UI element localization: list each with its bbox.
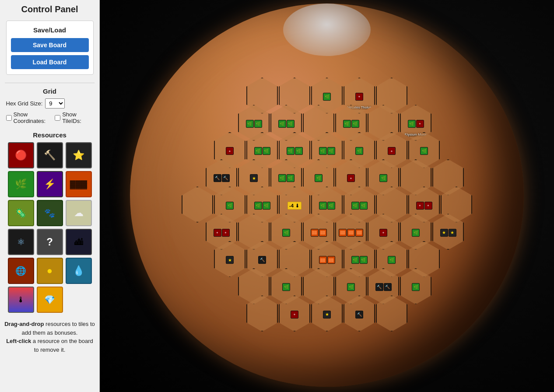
board-resource-hammer: 🔨 xyxy=(375,283,383,291)
resource-microbe[interactable]: 🦠 xyxy=(8,200,34,226)
board-resource-plant: 🌿 xyxy=(295,147,303,155)
resource-wild[interactable]: ⭐ xyxy=(66,142,92,168)
board-resource-plant: 🌿 xyxy=(319,202,327,210)
board-resource-iron: ● xyxy=(214,229,221,237)
board-resource-plant: 🌿 xyxy=(254,202,262,210)
board-resource-plant: 🌿 xyxy=(254,147,262,155)
board-resource-plant: 🌿 xyxy=(379,174,387,182)
resources-heading: Resources xyxy=(33,131,67,139)
board-resource-heat: ▓▓ xyxy=(355,229,363,237)
resource-unknown[interactable]: ? xyxy=(37,229,63,255)
board-resource-plant: 🌿 xyxy=(263,147,270,155)
board-resource-plant: 🌿 xyxy=(278,174,286,182)
board-resource-iron: ● xyxy=(226,147,234,155)
resource-city[interactable]: 🏙 xyxy=(66,229,92,255)
hex-row-6: ★🔨▓▓▓▓🌿🌿🌿 xyxy=(181,241,473,277)
board-resource-plant: 🌿 xyxy=(327,202,335,210)
resource-energy[interactable]: ⚡ xyxy=(37,171,63,197)
board-resource-plant: 🌿 xyxy=(254,120,262,128)
board-resource-plant: 🌿 xyxy=(412,229,420,237)
checkbox-row: Show Coordinates: Show TileIDs: xyxy=(6,111,94,124)
resource-gem[interactable]: 💎 xyxy=(37,287,63,313)
hex-grid-container[interactable]: 🌿●Hecates Tholus🌿🌿🌿🌿🌿🌿🌿●Elysium Mons●🌿🌿🌿… xyxy=(181,77,473,322)
resource-cloud[interactable]: ☁ xyxy=(66,200,92,226)
resource-jovian[interactable]: 🌐 xyxy=(8,258,34,284)
resource-gold[interactable]: ● xyxy=(37,258,63,284)
board-resource-plant: 🌿 xyxy=(287,174,295,182)
board-resource-plant: 🌿 xyxy=(319,147,327,155)
board-resource-plant: 🌿 xyxy=(388,256,396,264)
board-resource-hammer: 🔨 xyxy=(384,283,392,291)
divider-1 xyxy=(5,83,94,83)
board-resource-plant: 🌿 xyxy=(263,202,270,210)
board-resource-plant: 🌿 xyxy=(282,229,290,237)
board-resource-plant: 🌿 xyxy=(226,202,234,210)
board-resource-iron: ● xyxy=(424,202,432,210)
show-coords-label[interactable]: Show Coordinates: xyxy=(6,111,49,124)
board-resource-heat: ▓▓ xyxy=(319,256,327,264)
board-resource-plant: 🌿 xyxy=(282,283,290,291)
resource-temperature[interactable]: 🌡 xyxy=(8,287,34,313)
board-resource-iron: ● xyxy=(379,229,387,237)
temp-resource: -4 🌡 xyxy=(288,202,302,210)
board-resource-iron: ● xyxy=(416,202,424,210)
panel-title: Control Panel xyxy=(21,4,78,14)
resource-plant[interactable]: 🌿 xyxy=(8,171,34,197)
board-resource-iron: ● xyxy=(347,174,355,182)
board-resource-iron: ● xyxy=(388,147,396,155)
board-resource-plant: 🌿 xyxy=(246,120,254,128)
resource-science[interactable]: ⚛ xyxy=(8,229,34,255)
save-load-heading: Save/Load xyxy=(33,26,66,34)
show-tileids-text: Show TileIDs: xyxy=(62,111,87,124)
resource-titanium[interactable]: 🔨 xyxy=(37,142,63,168)
grid-heading: Grid xyxy=(43,88,56,95)
show-tileids-label[interactable]: Show TileIDs: xyxy=(55,111,87,124)
board-resource-hammer: 🔨 xyxy=(355,311,363,318)
board-resource-star: ★ xyxy=(226,256,234,264)
board-area[interactable]: 🌿●Hecates Tholus🌿🌿🌿🌿🌿🌿🌿●Elysium Mons●🌿🌿🌿… xyxy=(100,0,554,392)
board-resource-iron: ● xyxy=(416,120,424,128)
board-resource-star: ★ xyxy=(250,174,258,182)
resources-section: Resources 🔴 🔨 ⭐ 🌿 ⚡ ▓▓▓ xyxy=(6,131,94,313)
board-resource-plant: 🌿 xyxy=(343,120,351,128)
hex-size-row: Hex Grid Size: 5678 9101112 xyxy=(6,98,94,108)
board-resource-plant: 🌿 xyxy=(278,120,286,128)
board-resource-iron: ● xyxy=(355,93,363,101)
board-resource-heat: ▓▓ xyxy=(327,256,335,264)
resource-water[interactable]: 💧 xyxy=(66,258,92,284)
board-resource-plant: 🌿 xyxy=(408,120,416,128)
board-resource-plant: 🌿 xyxy=(315,174,323,182)
resource-animal[interactable]: 🐾 xyxy=(37,200,63,226)
instructions: Drag-and-drop resources to tiles to add … xyxy=(0,320,99,354)
resource-heat[interactable]: ▓▓▓ xyxy=(66,171,92,197)
control-panel: Control Panel Save/Load Save Board Load … xyxy=(0,0,100,392)
show-tileids-checkbox[interactable] xyxy=(55,115,60,121)
board-resource-plant: 🌿 xyxy=(327,147,335,155)
board-resource-plant: 🌿 xyxy=(347,283,355,291)
board-resource-plant: 🌿 xyxy=(412,283,420,291)
board-resource-star: ★ xyxy=(440,229,448,237)
board-resource-star: ★ xyxy=(323,311,331,318)
resource-iron[interactable]: 🔴 xyxy=(8,142,34,168)
show-coords-checkbox[interactable] xyxy=(6,115,12,121)
load-board-button[interactable]: Load Board xyxy=(11,55,89,69)
board-resource-plant: 🌿 xyxy=(323,93,331,101)
resources-grid: 🔴 🔨 ⭐ 🌿 ⚡ ▓▓▓ 🦠 xyxy=(8,142,92,313)
board-resource-hammer: 🔨 xyxy=(258,256,266,264)
board-resource-hammer: 🔨 xyxy=(214,174,221,182)
click-instruction-bold: Left-click xyxy=(6,338,31,344)
board-resource-hammer: 🔨 xyxy=(222,174,230,182)
board-resource-plant: 🌿 xyxy=(360,256,368,264)
hex-size-select[interactable]: 5678 9101112 xyxy=(45,98,65,108)
board-resource-iron: ● xyxy=(291,311,298,318)
board-resource-plant: 🌿 xyxy=(355,147,363,155)
board-resource-heat: ▓▓ xyxy=(311,229,319,237)
board-resource-heat: ▓▓ xyxy=(319,229,327,237)
hex-row-8: ●★🔨 xyxy=(181,295,473,332)
click-instruction-text: a resource on the board to remove it. xyxy=(31,338,93,353)
board-resource-star: ★ xyxy=(449,229,456,237)
save-board-button[interactable]: Save Board xyxy=(11,38,89,52)
board-resource-plant: 🌿 xyxy=(351,202,359,210)
show-coords-text: Show Coordinates: xyxy=(14,111,49,124)
board-resource-heat: ▓▓ xyxy=(347,229,355,237)
